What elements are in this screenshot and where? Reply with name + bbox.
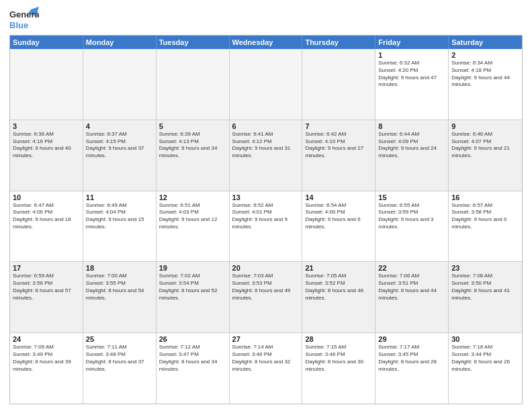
day-cell-11: 11Sunrise: 6:49 AM Sunset: 4:04 PM Dayli…	[83, 191, 157, 262]
day-number: 15	[378, 193, 445, 201]
day-number: 2	[451, 51, 519, 59]
day-info: Sunrise: 6:59 AM Sunset: 3:56 PM Dayligh…	[13, 273, 80, 302]
day-cell-15: 15Sunrise: 6:55 AM Sunset: 3:59 PM Dayli…	[375, 191, 449, 262]
day-number: 17	[13, 264, 80, 272]
calendar-week-4: 17Sunrise: 6:59 AM Sunset: 3:56 PM Dayli…	[10, 262, 522, 333]
day-number: 27	[232, 335, 300, 343]
day-number: 13	[232, 193, 300, 201]
day-info: Sunrise: 7:12 AM Sunset: 3:47 PM Dayligh…	[159, 344, 226, 373]
day-cell-23: 23Sunrise: 7:08 AM Sunset: 3:50 PM Dayli…	[449, 262, 522, 332]
day-info: Sunrise: 6:47 AM Sunset: 4:06 PM Dayligh…	[13, 202, 80, 231]
day-cell-20: 20Sunrise: 7:03 AM Sunset: 3:53 PM Dayli…	[230, 262, 303, 332]
header-day-sunday: Sunday	[10, 36, 83, 49]
logo: GeneralBlue	[9, 7, 39, 31]
day-number: 14	[305, 193, 372, 201]
day-cell-26: 26Sunrise: 7:12 AM Sunset: 3:47 PM Dayli…	[157, 333, 230, 404]
header-day-thursday: Thursday	[302, 36, 375, 49]
day-number: 20	[232, 264, 300, 272]
day-cell-4: 4Sunrise: 6:37 AM Sunset: 4:15 PM Daylig…	[83, 120, 157, 191]
day-number: 21	[305, 264, 372, 272]
day-info: Sunrise: 6:34 AM Sunset: 4:18 PM Dayligh…	[451, 60, 519, 89]
empty-cell	[157, 49, 230, 120]
day-number: 29	[378, 335, 445, 343]
day-info: Sunrise: 7:02 AM Sunset: 3:54 PM Dayligh…	[159, 273, 226, 302]
header-day-saturday: Saturday	[449, 36, 522, 49]
day-cell-3: 3Sunrise: 6:36 AM Sunset: 4:16 PM Daylig…	[10, 120, 83, 191]
day-info: Sunrise: 6:36 AM Sunset: 4:16 PM Dayligh…	[13, 131, 80, 160]
day-info: Sunrise: 7:08 AM Sunset: 3:50 PM Dayligh…	[451, 273, 519, 302]
day-info: Sunrise: 6:46 AM Sunset: 4:07 PM Dayligh…	[451, 131, 519, 160]
day-cell-7: 7Sunrise: 6:42 AM Sunset: 4:10 PM Daylig…	[302, 120, 375, 191]
day-number: 9	[451, 122, 519, 130]
day-number: 19	[159, 264, 226, 272]
day-cell-10: 10Sunrise: 6:47 AM Sunset: 4:06 PM Dayli…	[10, 191, 83, 262]
empty-cell	[10, 49, 83, 120]
day-number: 28	[305, 335, 372, 343]
day-cell-14: 14Sunrise: 6:54 AM Sunset: 4:00 PM Dayli…	[302, 191, 375, 262]
header-day-tuesday: Tuesday	[157, 36, 230, 49]
day-info: Sunrise: 7:14 AM Sunset: 3:46 PM Dayligh…	[232, 344, 300, 373]
day-info: Sunrise: 7:09 AM Sunset: 3:49 PM Dayligh…	[13, 344, 80, 373]
day-number: 6	[232, 122, 300, 130]
day-cell-2: 2Sunrise: 6:34 AM Sunset: 4:18 PM Daylig…	[449, 49, 522, 120]
day-cell-28: 28Sunrise: 7:15 AM Sunset: 3:46 PM Dayli…	[302, 333, 375, 404]
day-number: 25	[86, 335, 153, 343]
svg-text:Blue: Blue	[9, 20, 28, 30]
day-info: Sunrise: 6:55 AM Sunset: 3:59 PM Dayligh…	[378, 202, 445, 231]
day-number: 23	[451, 264, 519, 272]
calendar: SundayMondayTuesdayWednesdayThursdayFrid…	[10, 36, 522, 404]
day-number: 5	[159, 122, 226, 130]
day-info: Sunrise: 6:37 AM Sunset: 4:15 PM Dayligh…	[86, 131, 153, 160]
day-cell-17: 17Sunrise: 6:59 AM Sunset: 3:56 PM Dayli…	[10, 262, 83, 332]
empty-cell	[302, 49, 375, 120]
header-day-friday: Friday	[375, 36, 449, 49]
calendar-body: 1Sunrise: 6:32 AM Sunset: 4:20 PM Daylig…	[10, 49, 522, 404]
day-cell-12: 12Sunrise: 6:51 AM Sunset: 4:03 PM Dayli…	[157, 191, 230, 262]
day-cell-22: 22Sunrise: 7:06 AM Sunset: 3:51 PM Dayli…	[375, 262, 449, 332]
day-number: 16	[451, 193, 519, 201]
day-info: Sunrise: 7:17 AM Sunset: 3:45 PM Dayligh…	[378, 344, 445, 373]
day-number: 22	[378, 264, 445, 272]
day-info: Sunrise: 6:52 AM Sunset: 4:01 PM Dayligh…	[232, 202, 300, 231]
day-info: Sunrise: 6:49 AM Sunset: 4:04 PM Dayligh…	[86, 202, 153, 231]
empty-cell	[83, 49, 157, 120]
day-cell-13: 13Sunrise: 6:52 AM Sunset: 4:01 PM Dayli…	[230, 191, 303, 262]
day-cell-5: 5Sunrise: 6:39 AM Sunset: 4:13 PM Daylig…	[157, 120, 230, 191]
calendar-header: SundayMondayTuesdayWednesdayThursdayFrid…	[10, 36, 522, 49]
day-info: Sunrise: 6:41 AM Sunset: 4:12 PM Dayligh…	[232, 131, 300, 160]
header-day-monday: Monday	[83, 36, 157, 49]
day-info: Sunrise: 7:06 AM Sunset: 3:51 PM Dayligh…	[378, 273, 445, 302]
day-cell-24: 24Sunrise: 7:09 AM Sunset: 3:49 PM Dayli…	[10, 333, 83, 404]
day-info: Sunrise: 6:51 AM Sunset: 4:03 PM Dayligh…	[159, 202, 226, 231]
day-info: Sunrise: 6:39 AM Sunset: 4:13 PM Dayligh…	[159, 131, 226, 160]
day-number: 8	[378, 122, 445, 130]
day-info: Sunrise: 7:18 AM Sunset: 3:44 PM Dayligh…	[451, 344, 519, 373]
day-number: 30	[451, 335, 519, 343]
day-info: Sunrise: 6:54 AM Sunset: 4:00 PM Dayligh…	[305, 202, 372, 231]
day-cell-6: 6Sunrise: 6:41 AM Sunset: 4:12 PM Daylig…	[230, 120, 303, 191]
day-info: Sunrise: 7:11 AM Sunset: 3:48 PM Dayligh…	[86, 344, 153, 373]
calendar-week-3: 10Sunrise: 6:47 AM Sunset: 4:06 PM Dayli…	[10, 191, 522, 263]
day-number: 26	[159, 335, 226, 343]
svg-text:General: General	[9, 9, 39, 19]
day-cell-18: 18Sunrise: 7:00 AM Sunset: 3:55 PM Dayli…	[83, 262, 157, 332]
day-number: 4	[86, 122, 153, 130]
page: GeneralBlue SundayMondayTuesdayWednesday…	[0, 0, 532, 411]
day-info: Sunrise: 6:57 AM Sunset: 3:58 PM Dayligh…	[451, 202, 519, 231]
day-info: Sunrise: 7:15 AM Sunset: 3:46 PM Dayligh…	[305, 344, 372, 373]
day-cell-27: 27Sunrise: 7:14 AM Sunset: 3:46 PM Dayli…	[230, 333, 303, 404]
day-info: Sunrise: 7:05 AM Sunset: 3:52 PM Dayligh…	[305, 273, 372, 302]
day-cell-25: 25Sunrise: 7:11 AM Sunset: 3:48 PM Dayli…	[83, 333, 157, 404]
calendar-week-1: 1Sunrise: 6:32 AM Sunset: 4:20 PM Daylig…	[10, 49, 522, 120]
day-number: 10	[13, 193, 80, 201]
day-number: 7	[305, 122, 372, 130]
logo-svg: GeneralBlue	[9, 7, 39, 31]
day-cell-9: 9Sunrise: 6:46 AM Sunset: 4:07 PM Daylig…	[449, 120, 522, 191]
empty-cell	[230, 49, 303, 120]
day-cell-21: 21Sunrise: 7:05 AM Sunset: 3:52 PM Dayli…	[302, 262, 375, 332]
header: GeneralBlue	[9, 7, 523, 31]
day-info: Sunrise: 6:42 AM Sunset: 4:10 PM Dayligh…	[305, 131, 372, 160]
day-cell-1: 1Sunrise: 6:32 AM Sunset: 4:20 PM Daylig…	[375, 49, 449, 120]
day-cell-29: 29Sunrise: 7:17 AM Sunset: 3:45 PM Dayli…	[375, 333, 449, 404]
day-number: 11	[86, 193, 153, 201]
